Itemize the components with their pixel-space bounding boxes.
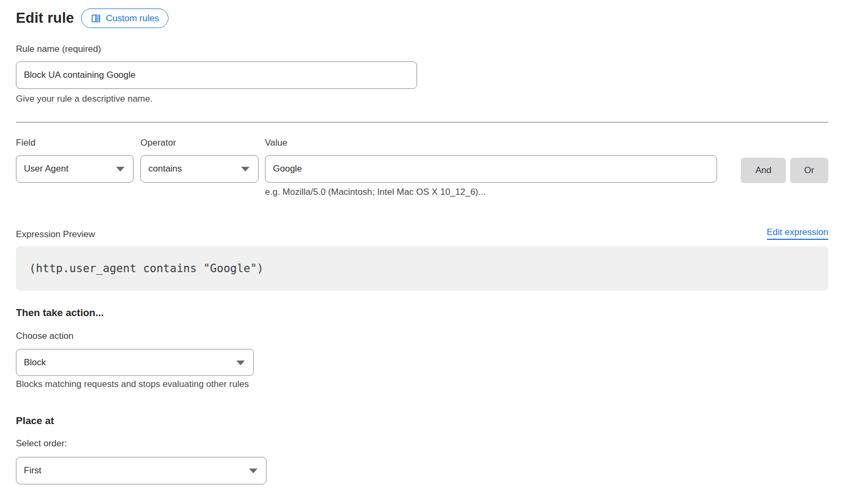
operator-label: Operator bbox=[140, 138, 259, 148]
value-helper: e.g. Mozilla/5.0 (Macintosh; Intel Mac O… bbox=[265, 187, 717, 197]
rule-name-label: Rule name (required) bbox=[16, 44, 828, 55]
expression-code: (http.user_agent contains "Google") bbox=[29, 262, 264, 275]
rule-name-input[interactable] bbox=[16, 61, 417, 89]
book-icon bbox=[91, 13, 101, 24]
field-column: Field User Agent bbox=[16, 138, 134, 197]
operator-select-value: contains bbox=[148, 164, 182, 174]
condition-builder: Field User Agent Operator contains Value… bbox=[16, 138, 828, 197]
edit-rule-page: Edit rule Custom rules Rule name (requir… bbox=[0, 0, 841, 484]
select-order-label: Select order: bbox=[16, 438, 828, 449]
custom-rules-badge[interactable]: Custom rules bbox=[81, 8, 169, 28]
placement-section: Place at Select order: First bbox=[16, 415, 828, 484]
action-helper: Blocks matching requests and stops evalu… bbox=[16, 379, 828, 390]
value-column: Value e.g. Mozilla/5.0 (Macintosh; Intel… bbox=[265, 138, 717, 197]
page-header: Edit rule Custom rules bbox=[16, 8, 828, 28]
operator-column: Operator contains bbox=[140, 138, 259, 197]
chevron-down-icon bbox=[249, 469, 258, 473]
custom-rules-badge-label: Custom rules bbox=[106, 13, 159, 24]
or-column: Or bbox=[790, 138, 828, 197]
expression-preview-label: Expression Preview bbox=[16, 229, 95, 240]
page-title: Edit rule bbox=[16, 10, 74, 26]
action-select[interactable]: Block bbox=[16, 349, 254, 376]
rule-name-helper: Give your rule a descriptive name. bbox=[16, 94, 828, 104]
rule-name-section: Rule name (required) Give your rule a de… bbox=[16, 44, 828, 104]
and-button[interactable]: And bbox=[741, 158, 786, 183]
place-at-heading: Place at bbox=[16, 415, 828, 427]
and-column: And bbox=[741, 138, 786, 197]
value-input[interactable] bbox=[265, 155, 717, 183]
chevron-down-icon bbox=[236, 361, 245, 365]
edit-expression-link[interactable]: Edit expression bbox=[767, 227, 828, 240]
or-button[interactable]: Or bbox=[790, 158, 828, 183]
choose-action-label: Choose action bbox=[16, 331, 828, 341]
action-heading: Then take action... bbox=[16, 307, 828, 319]
action-section: Then take action... Choose action Block … bbox=[16, 307, 828, 390]
order-select[interactable]: First bbox=[16, 457, 267, 484]
value-label: Value bbox=[265, 138, 717, 148]
field-select[interactable]: User Agent bbox=[16, 155, 134, 183]
action-select-value: Block bbox=[24, 357, 46, 368]
chevron-down-icon bbox=[116, 167, 125, 172]
field-label: Field bbox=[16, 138, 134, 148]
chevron-down-icon bbox=[241, 167, 250, 172]
expression-header: Expression Preview Edit expression bbox=[16, 227, 828, 240]
section-divider bbox=[16, 122, 828, 123]
field-select-value: User Agent bbox=[24, 164, 68, 174]
operator-select[interactable]: contains bbox=[140, 155, 259, 183]
expression-preview-box: (http.user_agent contains "Google") bbox=[16, 246, 828, 291]
order-select-value: First bbox=[24, 465, 41, 476]
